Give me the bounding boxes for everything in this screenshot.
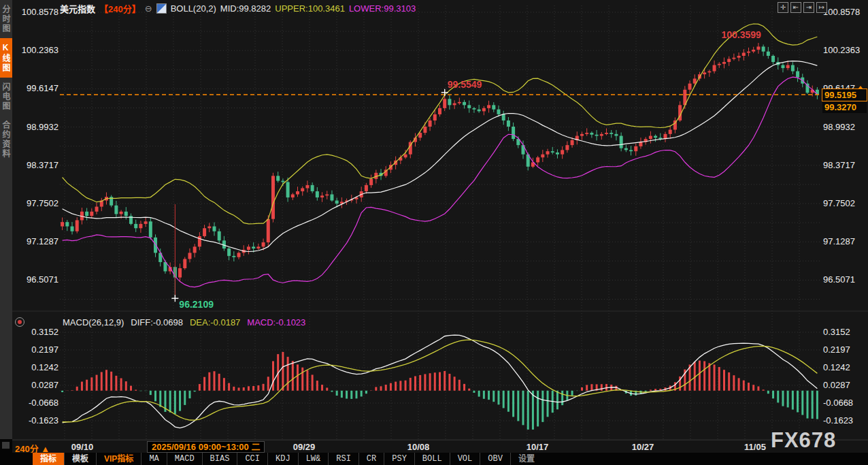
date-label: 10/17	[527, 442, 549, 452]
boll-mid-value: MID:99.8282	[220, 3, 271, 14]
left-axis-label: -0.1623	[16, 415, 59, 426]
toolbar-item-vip[interactable]: VIP指标	[97, 453, 141, 465]
indicator-toolbar: 指标模板VIP指标MAMACDBIASCCIKDJLW&RSICRPSYBOLL…	[0, 453, 868, 465]
left-axis-label: 0.1242	[16, 362, 59, 372]
panel-collapse-handle[interactable]	[2, 442, 10, 449]
left-axis-label: -0.0668	[16, 398, 59, 408]
chart-type-sidebar: 分时图K线图闪电图合约资料	[0, 0, 12, 439]
toolbar-item-cr[interactable]: CR	[359, 453, 384, 465]
period-label[interactable]: 【240分】	[99, 2, 141, 15]
price-macd-chart[interactable]: 96.210999.5549100.3599	[0, 0, 868, 465]
date-label: 11/05	[744, 442, 766, 452]
left-axis-label: 98.3717	[16, 160, 59, 170]
chart-header: 美元指数 【240分】 ⊖ BOLL(20,2) MID:99.8282 UPP…	[60, 2, 416, 15]
macd-diff-value: DIFF:-0.0698	[131, 317, 183, 327]
chart-nav-buttons: ✛⇤⇥↦	[778, 2, 827, 13]
annotation-low-label: 96.2109	[179, 299, 214, 310]
left-axis-label: 97.1287	[16, 236, 59, 246]
left-axis-label: 0.3152	[16, 327, 59, 337]
date-label: 10/08	[407, 442, 430, 452]
collapse-icon[interactable]: ⊖	[145, 3, 152, 14]
crosshair-time-tooltip: 2025/09/16 09:00~13:00 二	[147, 441, 265, 453]
macd-header: MACD(26,12,9) DIFF:-0.0698 DEA:-0.0187 M…	[63, 317, 305, 327]
date-label: 09/10	[71, 442, 94, 452]
toolbar-item-boll[interactable]: BOLL	[415, 453, 450, 465]
fx678-watermark: FX678	[771, 428, 836, 453]
toolbar-item-[interactable]: 模板	[65, 453, 97, 465]
macd-macd-value: MACD:-0.1023	[247, 317, 305, 327]
right-axis-label: 0.0287	[823, 380, 865, 390]
toolbar-item-cci[interactable]: CCI	[237, 453, 268, 465]
boll-lower-value: LOWER:99.3103	[349, 3, 416, 14]
annotation-high-label: 100.3599	[722, 29, 762, 40]
toolbar-item-ma[interactable]: MA	[141, 453, 167, 465]
toolbar-item-obv[interactable]: OBV	[480, 453, 511, 465]
trading-app-window: 96.210999.5549100.3599 分时图K线图闪电图合约资料 美元指…	[0, 0, 868, 465]
right-axis-label: 0.2197	[823, 344, 865, 355]
zoom-range-right-icon[interactable]: ⇥	[803, 2, 814, 13]
zoom-range-left-icon[interactable]: ⇤	[790, 2, 801, 13]
toolbar-item-kdj[interactable]: KDJ	[268, 453, 299, 465]
left-axis-label: 97.7502	[16, 198, 59, 208]
left-axis-label: 99.6147	[16, 83, 59, 93]
right-axis-label: 96.5071	[823, 274, 865, 285]
right-axis-label: 97.1287	[823, 236, 865, 246]
right-axis-label: -0.1623	[823, 415, 865, 426]
macd-dea-value: DEA:-0.0187	[190, 317, 240, 327]
right-axis-label: 97.7502	[823, 198, 865, 208]
pan-icon[interactable]: ✛	[778, 2, 788, 13]
boll-label: BOLL(20,2)	[171, 3, 216, 14]
toolbar-item-[interactable]: 设置	[511, 453, 542, 465]
annotation-high-label: 99.5549	[448, 79, 482, 90]
time-axis: 240分 ▲ 2025/09/16 09:00~13:00 二 09/1009/…	[0, 440, 868, 453]
toolbar-item-rsi[interactable]: RSI	[329, 453, 359, 465]
right-axis-label: 98.3717	[823, 160, 865, 170]
date-label: 10/27	[632, 442, 654, 452]
left-axis-label: 0.2197	[16, 344, 59, 355]
right-axis-label: 0.1242	[823, 362, 865, 372]
boll-indicator-icon[interactable]	[156, 3, 167, 14]
toolbar-item-macd[interactable]: MACD	[167, 453, 203, 465]
macd-label: MACD(26,12,9)	[63, 317, 124, 327]
toolbar-item-lw[interactable]: LW&	[299, 453, 329, 465]
toolbar-item-[interactable]: 指标	[33, 453, 65, 465]
left-axis-label: 98.9932	[16, 122, 59, 132]
left-axis-label: 100.2363	[16, 45, 59, 55]
shift-right-icon[interactable]: ↦	[816, 2, 827, 13]
date-label: 09/29	[293, 442, 316, 452]
indicator-target-icon[interactable]	[15, 317, 24, 327]
toolbar-item-psy[interactable]: PSY	[384, 453, 415, 465]
left-axis-label: 100.8578	[16, 7, 59, 17]
sidebar-item-1[interactable]: 分时图	[0, 0, 12, 38]
toolbar-item-vol[interactable]: VOL	[450, 453, 481, 465]
right-axis-label: 0.3152	[823, 327, 865, 337]
right-axis-label: 100.8578	[823, 7, 865, 17]
symbol-name: 美元指数	[60, 2, 95, 15]
current-price-tag: 99.5195	[822, 89, 867, 101]
sidebar-item-4[interactable]: 合约资料	[0, 116, 12, 163]
left-axis-label: 96.5071	[16, 274, 59, 285]
sidebar-item-3[interactable]: 闪电图	[0, 78, 12, 116]
toolbar-item-bias[interactable]: BIAS	[203, 453, 238, 465]
left-axis-label: 0.0287	[16, 380, 59, 390]
secondary-price-tag: 99.3270	[822, 102, 867, 113]
right-axis-label: 100.2363	[823, 45, 865, 55]
right-axis-label: 98.9932	[823, 122, 865, 132]
right-axis-label: -0.0668	[823, 398, 865, 408]
sidebar-item-2[interactable]: K线图	[0, 38, 12, 78]
boll-upper-value: UPPER:100.3461	[275, 3, 345, 14]
